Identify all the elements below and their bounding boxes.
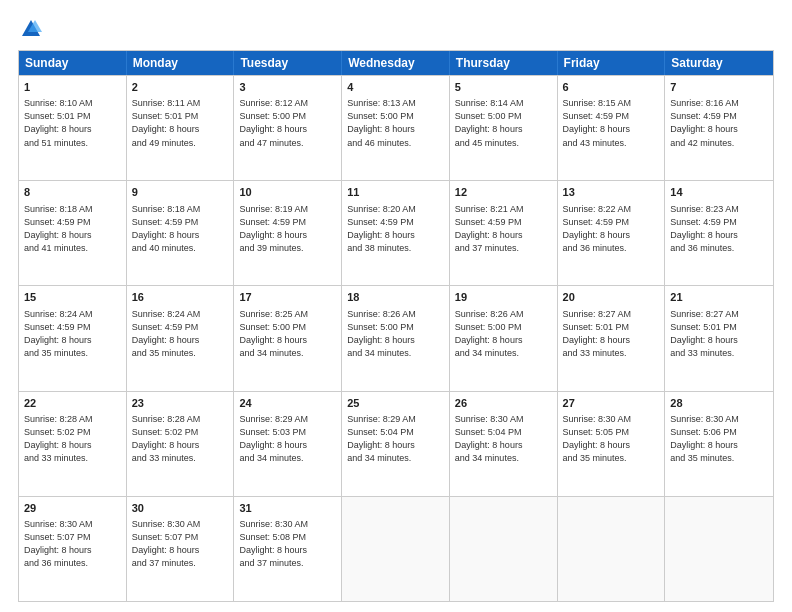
day-info: Sunrise: 8:30 AM Sunset: 5:05 PM Dayligh… xyxy=(563,413,660,465)
day-number: 13 xyxy=(563,185,660,200)
day-number: 12 xyxy=(455,185,552,200)
day-number: 25 xyxy=(347,396,444,411)
day-number: 4 xyxy=(347,80,444,95)
logo-icon xyxy=(20,18,42,40)
calendar-cell: 21Sunrise: 8:27 AM Sunset: 5:01 PM Dayli… xyxy=(665,286,773,390)
calendar-cell: 5Sunrise: 8:14 AM Sunset: 5:00 PM Daylig… xyxy=(450,76,558,180)
calendar-cell xyxy=(450,497,558,601)
day-number: 1 xyxy=(24,80,121,95)
day-info: Sunrise: 8:19 AM Sunset: 4:59 PM Dayligh… xyxy=(239,203,336,255)
calendar-cell: 18Sunrise: 8:26 AM Sunset: 5:00 PM Dayli… xyxy=(342,286,450,390)
calendar-row-2: 8Sunrise: 8:18 AM Sunset: 4:59 PM Daylig… xyxy=(19,180,773,285)
day-info: Sunrise: 8:10 AM Sunset: 5:01 PM Dayligh… xyxy=(24,97,121,149)
calendar-cell: 22Sunrise: 8:28 AM Sunset: 5:02 PM Dayli… xyxy=(19,392,127,496)
calendar-cell: 17Sunrise: 8:25 AM Sunset: 5:00 PM Dayli… xyxy=(234,286,342,390)
day-info: Sunrise: 8:21 AM Sunset: 4:59 PM Dayligh… xyxy=(455,203,552,255)
day-number: 6 xyxy=(563,80,660,95)
calendar: Sunday Monday Tuesday Wednesday Thursday… xyxy=(18,50,774,602)
day-info: Sunrise: 8:27 AM Sunset: 5:01 PM Dayligh… xyxy=(670,308,768,360)
calendar-row-3: 15Sunrise: 8:24 AM Sunset: 4:59 PM Dayli… xyxy=(19,285,773,390)
day-info: Sunrise: 8:13 AM Sunset: 5:00 PM Dayligh… xyxy=(347,97,444,149)
calendar-cell: 25Sunrise: 8:29 AM Sunset: 5:04 PM Dayli… xyxy=(342,392,450,496)
day-number: 9 xyxy=(132,185,229,200)
calendar-cell: 29Sunrise: 8:30 AM Sunset: 5:07 PM Dayli… xyxy=(19,497,127,601)
day-info: Sunrise: 8:25 AM Sunset: 5:00 PM Dayligh… xyxy=(239,308,336,360)
calendar-cell: 3Sunrise: 8:12 AM Sunset: 5:00 PM Daylig… xyxy=(234,76,342,180)
day-number: 21 xyxy=(670,290,768,305)
calendar-cell: 1Sunrise: 8:10 AM Sunset: 5:01 PM Daylig… xyxy=(19,76,127,180)
calendar-row-1: 1Sunrise: 8:10 AM Sunset: 5:01 PM Daylig… xyxy=(19,75,773,180)
day-number: 16 xyxy=(132,290,229,305)
day-number: 27 xyxy=(563,396,660,411)
header xyxy=(18,18,774,40)
day-info: Sunrise: 8:30 AM Sunset: 5:07 PM Dayligh… xyxy=(24,518,121,570)
calendar-cell: 15Sunrise: 8:24 AM Sunset: 4:59 PM Dayli… xyxy=(19,286,127,390)
calendar-cell: 16Sunrise: 8:24 AM Sunset: 4:59 PM Dayli… xyxy=(127,286,235,390)
header-wednesday: Wednesday xyxy=(342,51,450,75)
day-info: Sunrise: 8:23 AM Sunset: 4:59 PM Dayligh… xyxy=(670,203,768,255)
calendar-cell: 9Sunrise: 8:18 AM Sunset: 4:59 PM Daylig… xyxy=(127,181,235,285)
day-info: Sunrise: 8:30 AM Sunset: 5:08 PM Dayligh… xyxy=(239,518,336,570)
calendar-cell: 10Sunrise: 8:19 AM Sunset: 4:59 PM Dayli… xyxy=(234,181,342,285)
calendar-cell: 11Sunrise: 8:20 AM Sunset: 4:59 PM Dayli… xyxy=(342,181,450,285)
calendar-cell xyxy=(558,497,666,601)
calendar-cell: 13Sunrise: 8:22 AM Sunset: 4:59 PM Dayli… xyxy=(558,181,666,285)
day-info: Sunrise: 8:16 AM Sunset: 4:59 PM Dayligh… xyxy=(670,97,768,149)
day-info: Sunrise: 8:29 AM Sunset: 5:04 PM Dayligh… xyxy=(347,413,444,465)
day-info: Sunrise: 8:24 AM Sunset: 4:59 PM Dayligh… xyxy=(132,308,229,360)
calendar-cell: 6Sunrise: 8:15 AM Sunset: 4:59 PM Daylig… xyxy=(558,76,666,180)
day-info: Sunrise: 8:20 AM Sunset: 4:59 PM Dayligh… xyxy=(347,203,444,255)
calendar-cell: 20Sunrise: 8:27 AM Sunset: 5:01 PM Dayli… xyxy=(558,286,666,390)
day-number: 20 xyxy=(563,290,660,305)
day-number: 2 xyxy=(132,80,229,95)
day-info: Sunrise: 8:26 AM Sunset: 5:00 PM Dayligh… xyxy=(455,308,552,360)
calendar-cell: 27Sunrise: 8:30 AM Sunset: 5:05 PM Dayli… xyxy=(558,392,666,496)
day-number: 15 xyxy=(24,290,121,305)
calendar-cell: 8Sunrise: 8:18 AM Sunset: 4:59 PM Daylig… xyxy=(19,181,127,285)
day-info: Sunrise: 8:28 AM Sunset: 5:02 PM Dayligh… xyxy=(132,413,229,465)
day-info: Sunrise: 8:18 AM Sunset: 4:59 PM Dayligh… xyxy=(132,203,229,255)
calendar-cell: 31Sunrise: 8:30 AM Sunset: 5:08 PM Dayli… xyxy=(234,497,342,601)
day-info: Sunrise: 8:22 AM Sunset: 4:59 PM Dayligh… xyxy=(563,203,660,255)
calendar-cell: 14Sunrise: 8:23 AM Sunset: 4:59 PM Dayli… xyxy=(665,181,773,285)
header-tuesday: Tuesday xyxy=(234,51,342,75)
logo xyxy=(18,18,42,40)
day-number: 29 xyxy=(24,501,121,516)
calendar-cell: 4Sunrise: 8:13 AM Sunset: 5:00 PM Daylig… xyxy=(342,76,450,180)
day-number: 23 xyxy=(132,396,229,411)
day-number: 31 xyxy=(239,501,336,516)
header-monday: Monday xyxy=(127,51,235,75)
calendar-cell: 28Sunrise: 8:30 AM Sunset: 5:06 PM Dayli… xyxy=(665,392,773,496)
header-friday: Friday xyxy=(558,51,666,75)
day-number: 7 xyxy=(670,80,768,95)
header-sunday: Sunday xyxy=(19,51,127,75)
calendar-row-5: 29Sunrise: 8:30 AM Sunset: 5:07 PM Dayli… xyxy=(19,496,773,601)
calendar-row-4: 22Sunrise: 8:28 AM Sunset: 5:02 PM Dayli… xyxy=(19,391,773,496)
page: Sunday Monday Tuesday Wednesday Thursday… xyxy=(0,0,792,612)
day-info: Sunrise: 8:30 AM Sunset: 5:06 PM Dayligh… xyxy=(670,413,768,465)
day-number: 26 xyxy=(455,396,552,411)
header-thursday: Thursday xyxy=(450,51,558,75)
day-number: 11 xyxy=(347,185,444,200)
calendar-header: Sunday Monday Tuesday Wednesday Thursday… xyxy=(19,51,773,75)
day-number: 5 xyxy=(455,80,552,95)
day-info: Sunrise: 8:26 AM Sunset: 5:00 PM Dayligh… xyxy=(347,308,444,360)
day-info: Sunrise: 8:27 AM Sunset: 5:01 PM Dayligh… xyxy=(563,308,660,360)
day-number: 30 xyxy=(132,501,229,516)
day-number: 19 xyxy=(455,290,552,305)
day-info: Sunrise: 8:29 AM Sunset: 5:03 PM Dayligh… xyxy=(239,413,336,465)
day-number: 14 xyxy=(670,185,768,200)
day-number: 10 xyxy=(239,185,336,200)
day-number: 18 xyxy=(347,290,444,305)
calendar-body: 1Sunrise: 8:10 AM Sunset: 5:01 PM Daylig… xyxy=(19,75,773,601)
day-info: Sunrise: 8:15 AM Sunset: 4:59 PM Dayligh… xyxy=(563,97,660,149)
calendar-cell xyxy=(342,497,450,601)
calendar-cell: 12Sunrise: 8:21 AM Sunset: 4:59 PM Dayli… xyxy=(450,181,558,285)
calendar-cell: 24Sunrise: 8:29 AM Sunset: 5:03 PM Dayli… xyxy=(234,392,342,496)
day-number: 24 xyxy=(239,396,336,411)
day-number: 17 xyxy=(239,290,336,305)
calendar-cell: 2Sunrise: 8:11 AM Sunset: 5:01 PM Daylig… xyxy=(127,76,235,180)
day-info: Sunrise: 8:12 AM Sunset: 5:00 PM Dayligh… xyxy=(239,97,336,149)
day-number: 8 xyxy=(24,185,121,200)
calendar-cell xyxy=(665,497,773,601)
